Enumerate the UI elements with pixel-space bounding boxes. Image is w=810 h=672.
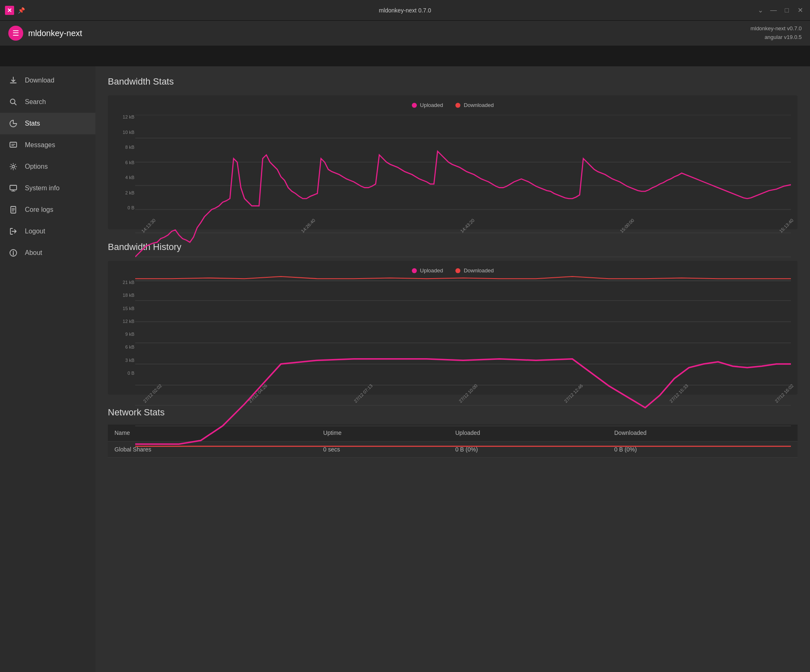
sidebar-item-stats[interactable]: Stats (0, 113, 95, 134)
chevron-button[interactable]: ⌄ (755, 5, 765, 15)
downloaded-dot (455, 103, 460, 108)
messages-icon (8, 140, 18, 150)
y-axis-history: 21 kB 18 kB 15 kB 12 kB 9 kB 6 kB 3 kB 0… (114, 280, 134, 376)
svg-point-2 (12, 165, 15, 168)
sidebar-item-options[interactable]: Options (0, 156, 95, 177)
sidebar-item-core-logs[interactable]: Core logs (0, 199, 95, 221)
titlebar-controls: ⌄ — □ ✕ (755, 5, 805, 15)
options-label: Options (25, 163, 48, 170)
system-info-icon (8, 183, 18, 193)
bandwidth-stats-title: Bandwidth Stats (108, 76, 798, 87)
core-logs-icon (8, 205, 18, 215)
bandwidth-history-svg (135, 280, 791, 448)
logout-icon (8, 226, 18, 236)
x-axis-history: 27/12 02:02 27/12 04:26 27/12 07:13 27/1… (135, 376, 791, 388)
sidebar-item-messages[interactable]: Messages (0, 134, 95, 156)
content-area[interactable]: Bandwidth Stats Uploaded Downloaded 12 k… (95, 66, 810, 672)
sidebar-item-search[interactable]: Search (0, 91, 95, 113)
hamburger-icon: ☰ (12, 29, 19, 38)
sidebar-item-system-info[interactable]: System info (0, 177, 95, 199)
about-label: About (25, 249, 42, 257)
stats-icon (8, 119, 18, 129)
sidebar: Download Search Stats (0, 66, 95, 672)
minimize-button[interactable]: — (769, 5, 778, 15)
uploaded-dot (412, 103, 417, 108)
logout-label: Logout (25, 228, 45, 235)
titlebar-left: ✕ 📌 (5, 6, 25, 15)
bandwidth-stats-chart: 12 kB 10 kB 8 kB 6 kB 4 kB 2 kB 0 B (135, 115, 791, 223)
messages-label: Messages (25, 141, 55, 149)
app-header: ☰ mldonkey-next mldonkey-next v0.7.0 ang… (0, 21, 810, 46)
search-label: Search (25, 98, 46, 106)
sidebar-item-download[interactable]: Download (0, 70, 95, 91)
x-axis-stats: 14:13:30 14:26:40 14:43:20 15:00:00 15:1… (135, 211, 791, 223)
downloaded-legend: Downloaded (455, 102, 494, 108)
downloaded-label: Downloaded (464, 102, 494, 108)
about-icon (8, 248, 18, 258)
search-icon (8, 97, 18, 107)
uploaded-label: Uploaded (420, 102, 443, 108)
svg-rect-1 (10, 142, 17, 147)
app-name: mldonkey-next (28, 29, 82, 38)
titlebar-title: mldonkey-next 0.7.0 (379, 7, 431, 14)
menu-button[interactable]: ☰ (8, 26, 23, 41)
bandwidth-history-chart-container: Uploaded Downloaded 21 kB 18 kB 15 kB 12… (108, 261, 798, 395)
maximize-button[interactable]: □ (782, 5, 792, 15)
close-button[interactable]: ✕ (795, 5, 805, 15)
uploaded-legend: Uploaded (412, 102, 443, 108)
svg-rect-3 (10, 185, 17, 190)
pin-icon: 📌 (17, 7, 25, 14)
version-line2: angular v19.0.5 (750, 33, 802, 42)
bandwidth-history-chart: 21 kB 18 kB 15 kB 12 kB 9 kB 6 kB 3 kB 0… (135, 280, 791, 388)
download-label: Download (25, 77, 54, 84)
download-icon (8, 75, 18, 85)
system-info-label: System info (25, 184, 60, 192)
options-icon (8, 162, 18, 172)
bandwidth-stats-chart-container: Uploaded Downloaded 12 kB 10 kB 8 kB 6 k… (108, 95, 798, 229)
svg-point-0 (10, 99, 15, 104)
version-line1: mldonkey-next v0.7.0 (750, 24, 802, 33)
stats-label: Stats (25, 120, 40, 127)
bandwidth-stats-svg (135, 115, 791, 282)
version-info: mldonkey-next v0.7.0 angular v19.0.5 (750, 24, 802, 42)
core-logs-label: Core logs (25, 206, 53, 213)
sidebar-item-logout[interactable]: Logout (0, 221, 95, 242)
titlebar: ✕ 📌 mldonkey-next 0.7.0 ⌄ — □ ✕ (0, 0, 810, 21)
header-left: ☰ mldonkey-next (8, 26, 82, 41)
bandwidth-stats-section: Bandwidth Stats Uploaded Downloaded 12 k… (108, 76, 798, 229)
bandwidth-stats-legend: Uploaded Downloaded (114, 102, 791, 108)
app-icon: ✕ (5, 6, 14, 15)
main-layout: Download Search Stats (0, 66, 810, 672)
y-axis-stats: 12 kB 10 kB 8 kB 6 kB 4 kB 2 kB 0 B (114, 115, 134, 210)
sidebar-item-about[interactable]: About (0, 242, 95, 264)
